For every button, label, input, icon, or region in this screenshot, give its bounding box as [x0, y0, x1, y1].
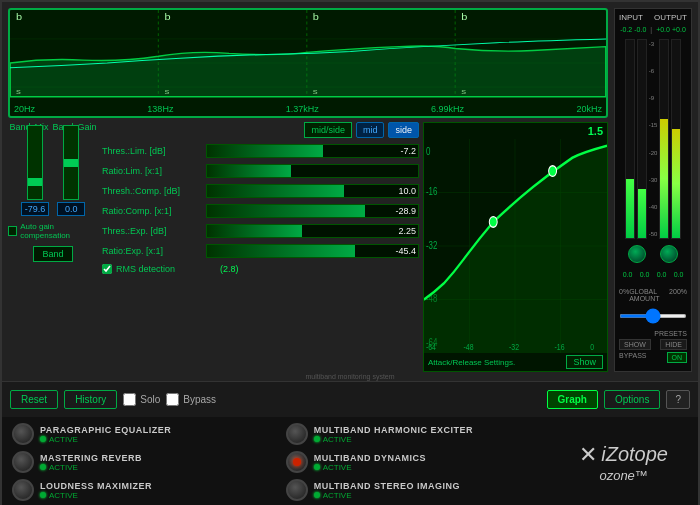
- auto-gain-text: Auto gain compensation: [20, 222, 98, 240]
- knob-row: [619, 243, 687, 265]
- module-name-4: MULTIBAND DYNAMICS: [314, 453, 426, 463]
- module-info-2: LOUDNESS MAXIMIZER ACTIVE: [40, 481, 152, 500]
- solo-group: Solo: [123, 393, 160, 406]
- param-label-1: Ratio:Lim. [x:1]: [102, 166, 202, 176]
- show-button[interactable]: Show: [566, 355, 603, 369]
- module-info-4: MULTIBAND DYNAMICS ACTIVE: [314, 453, 426, 472]
- status-dot-1: [40, 464, 46, 470]
- status-dot-0: [40, 436, 46, 442]
- global-amount-slider[interactable]: [619, 314, 687, 318]
- status-text-2: ACTIVE: [49, 491, 78, 500]
- svg-text:s: s: [461, 87, 467, 96]
- rms-row: RMS detection (2.8): [102, 264, 419, 274]
- vu-output-l: [659, 39, 669, 239]
- param-row-4: Thres.:Exp. [dB] 2.25: [102, 222, 419, 240]
- bypass-checkbox[interactable]: [166, 393, 179, 406]
- knob-input-l[interactable]: [628, 245, 646, 263]
- svg-text:b: b: [164, 12, 171, 22]
- bottom-section: PARAGRAPHIC EQUALIZER ACTIVE MASTERING R…: [2, 417, 698, 505]
- history-button[interactable]: History: [64, 390, 117, 409]
- graph-footer-text: Attack/Release Settings.: [428, 358, 515, 367]
- global-section: 0% GLOBAL AMOUNT 200%: [619, 288, 687, 322]
- on-button[interactable]: ON: [667, 352, 688, 363]
- mix-slider[interactable]: [27, 125, 43, 200]
- param-label-5: Ratio:Exp. [x:1]: [102, 246, 202, 256]
- graph-svg-container: 0 -16 -32 -48 -64: [424, 139, 607, 353]
- module-name-3: MULTIBAND HARMONIC EXCITER: [314, 425, 473, 435]
- module-4: MULTIBAND DYNAMICS ACTIVE: [286, 451, 550, 473]
- svg-point-26: [489, 217, 497, 228]
- param-bar-0[interactable]: -7.2: [206, 144, 419, 158]
- top-section: b b b b s s s s 20Hz 138Hz 1.37kHz 6.99k…: [2, 2, 698, 372]
- freq-20khz: 20kHz: [576, 104, 602, 114]
- graph-button[interactable]: Graph: [547, 390, 598, 409]
- param-row-3: Ratio:Comp. [x:1] -28.9: [102, 202, 419, 220]
- solo-checkbox[interactable]: [123, 393, 136, 406]
- auto-gain-checkbox[interactable]: [8, 226, 17, 236]
- module-dial-4[interactable]: [286, 451, 308, 473]
- knob-output-r[interactable]: [660, 245, 678, 263]
- rms-checkbox[interactable]: [102, 264, 112, 274]
- param-row-0: Thres.:Lim. [dB] -7.2: [102, 142, 419, 160]
- auto-gain: Auto gain compensation: [8, 222, 98, 240]
- scale-30: -30: [649, 177, 658, 183]
- compressor-graph: 1.5: [423, 122, 608, 372]
- mid-side-button[interactable]: mid/side: [304, 122, 352, 138]
- vu-panel: INPUT OUTPUT -0.2 -0.0 | +0.0 +0.0: [614, 8, 692, 372]
- global-max: 200%: [669, 288, 687, 302]
- bypass-label: Bypass: [183, 394, 216, 405]
- help-button[interactable]: ?: [666, 390, 690, 409]
- gain-value: 0.0: [57, 202, 85, 216]
- freq-138hz: 138Hz: [147, 104, 173, 114]
- module-dial-3[interactable]: [286, 423, 308, 445]
- svg-text:-16: -16: [426, 185, 437, 198]
- gain-slider-wrapper: 0.0: [57, 125, 85, 216]
- hide-presets-button[interactable]: HIDE: [660, 339, 687, 350]
- freq-20hz: 20Hz: [14, 104, 35, 114]
- param-row-1: Ratio:Lim. [x:1]: [102, 162, 419, 180]
- mix-value: -79.6: [21, 202, 50, 216]
- status-dot-4: [314, 464, 320, 470]
- param-bar-5[interactable]: -45.4: [206, 244, 419, 258]
- param-bar-1[interactable]: [206, 164, 419, 178]
- modules-right: MULTIBAND HARMONIC EXCITER ACTIVE MULTIB…: [286, 423, 550, 501]
- module-dial-1[interactable]: [12, 451, 34, 473]
- graph-value: 1.5: [588, 125, 603, 137]
- scale-40: -40: [649, 204, 658, 210]
- band-button[interactable]: Band: [33, 246, 72, 262]
- input-val-r: -0.0: [634, 26, 646, 33]
- param-value-0: -7.2: [400, 146, 416, 156]
- output-val-l: +0.0: [656, 26, 670, 33]
- band-controls: Band Mix Band Gain -79.6 0.0: [8, 122, 98, 372]
- module-info-3: MULTIBAND HARMONIC EXCITER ACTIVE: [314, 425, 473, 444]
- module-status-5: ACTIVE: [314, 491, 460, 500]
- mid-mode-button[interactable]: mid: [356, 122, 385, 138]
- side-mode-button[interactable]: side: [388, 122, 419, 138]
- status-dot-5: [314, 492, 320, 498]
- global-min: 0%: [619, 288, 629, 302]
- bypass-group: Bypass: [166, 393, 216, 406]
- vu-input-r: [637, 39, 647, 239]
- status-text-5: ACTIVE: [323, 491, 352, 500]
- show-presets-button[interactable]: SHOW: [619, 339, 651, 350]
- module-name-2: LOUDNESS MAXIMIZER: [40, 481, 152, 491]
- options-button[interactable]: Options: [604, 390, 660, 409]
- module-2: LOUDNESS MAXIMIZER ACTIVE: [12, 479, 276, 501]
- scale-15: -15: [649, 122, 658, 128]
- module-dial-5[interactable]: [286, 479, 308, 501]
- param-value-3: -28.9: [395, 206, 416, 216]
- module-name-0: PARAGRAPHIC EQUALIZER: [40, 425, 171, 435]
- logo-area: ✕ iZotope ozone™: [559, 423, 688, 501]
- param-bar-4[interactable]: 2.25: [206, 224, 419, 238]
- param-value-5: -45.4: [395, 246, 416, 256]
- module-dial-0[interactable]: [12, 423, 34, 445]
- param-value-2: 10.0: [398, 186, 416, 196]
- param-bar-2[interactable]: 10.0: [206, 184, 419, 198]
- svg-text:s: s: [164, 87, 170, 96]
- gain-slider[interactable]: [63, 125, 79, 200]
- param-bar-3[interactable]: -28.9: [206, 204, 419, 218]
- module-dial-2[interactable]: [12, 479, 34, 501]
- toolbar: Reset History Solo Bypass Graph Options …: [2, 381, 698, 417]
- solo-label: Solo: [140, 394, 160, 405]
- reset-button[interactable]: Reset: [10, 390, 58, 409]
